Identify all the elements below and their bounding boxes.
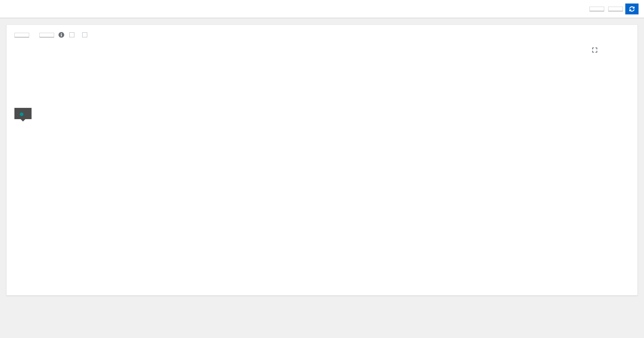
duration-select[interactable]	[589, 7, 604, 11]
checkbox-check-icon	[69, 32, 74, 37]
header-bar	[0, 0, 644, 18]
chart-tooltip	[14, 108, 32, 119]
metrics-toolbar-left	[14, 32, 90, 38]
metrics-card	[6, 25, 638, 296]
trendlines-checkbox[interactable]	[82, 32, 90, 37]
chart-area	[14, 48, 630, 108]
kiali-workload-page	[0, 0, 644, 338]
span-dot-icon	[20, 113, 23, 116]
reported-from-select[interactable]	[39, 33, 54, 37]
metrics-settings-select[interactable]	[14, 33, 29, 37]
checkbox-empty-icon	[82, 32, 87, 37]
refresh-icon	[629, 6, 635, 12]
spans-checkbox[interactable]	[69, 32, 77, 37]
refresh-button[interactable]	[625, 4, 639, 14]
content-area	[0, 18, 644, 338]
info-icon[interactable]	[58, 32, 64, 38]
request-duration-chart	[14, 48, 131, 106]
metrics-toolbar	[14, 32, 630, 38]
refresh-interval-select[interactable]	[608, 7, 623, 11]
top-controls	[589, 4, 639, 14]
